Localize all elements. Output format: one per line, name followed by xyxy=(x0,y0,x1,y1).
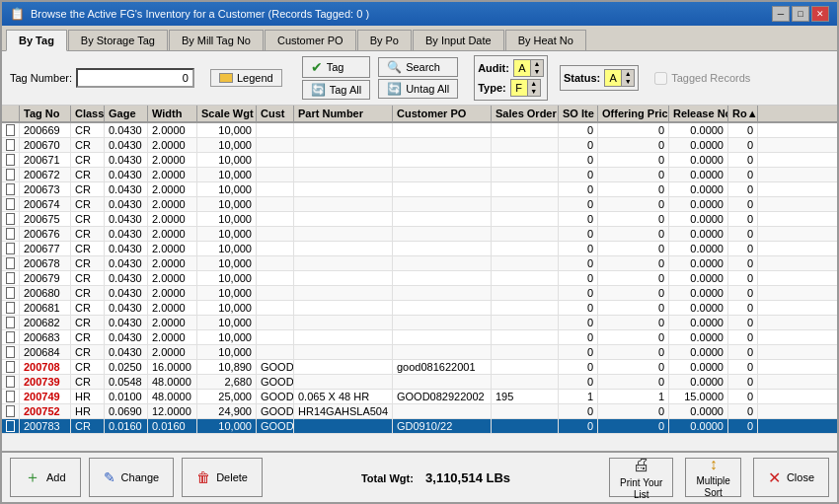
row-checkbox[interactable] xyxy=(2,138,20,152)
table-row[interactable]: 200684 CR 0.0430 2.0000 10,000 0 0 0.000… xyxy=(2,345,837,360)
row-width: 2.0000 xyxy=(148,330,197,344)
row-checkbox[interactable] xyxy=(2,360,20,374)
table-row[interactable]: 200683 CR 0.0430 2.0000 10,000 0 0 0.000… xyxy=(2,330,837,345)
row-offering: 0 xyxy=(598,242,669,255)
row-gage: 0.0430 xyxy=(105,197,148,211)
table-row[interactable]: 200783 CR 0.0160 0.0160 10,000 GOOD GD09… xyxy=(2,419,837,434)
untag-all-button[interactable]: 🔄 Untag All xyxy=(378,79,458,99)
window-close-button[interactable]: ✕ xyxy=(811,6,829,22)
row-cust xyxy=(257,153,294,167)
row-tagno: 200739 xyxy=(20,375,71,389)
row-checkbox[interactable] xyxy=(2,390,20,403)
row-cust: GOOD xyxy=(257,360,294,374)
table-row[interactable]: 200739 CR 0.0548 48.0000 2,680 GOOD 0 0 … xyxy=(2,375,837,390)
table-row[interactable]: 200673 CR 0.0430 2.0000 10,000 0 0 0.000… xyxy=(2,182,837,197)
audit-down-arrow[interactable]: ▼ xyxy=(531,68,543,76)
row-checkbox[interactable] xyxy=(2,182,20,196)
table-row[interactable]: 200749 HR 0.0100 48.0000 25,000 GOOD 0.0… xyxy=(2,390,837,404)
table-row[interactable]: 200681 CR 0.0430 2.0000 10,000 0 0 0.000… xyxy=(2,301,837,316)
minimize-button[interactable]: ─ xyxy=(772,6,790,22)
close-button[interactable]: ✕ Close xyxy=(753,458,829,497)
status-combo[interactable]: A ▲ ▼ xyxy=(604,69,635,87)
row-partnum xyxy=(294,360,393,374)
tab-by-storage-tag[interactable]: By Storage Tag xyxy=(68,30,168,50)
change-button[interactable]: ✎ Change xyxy=(89,458,175,497)
row-gage: 0.0430 xyxy=(105,301,148,315)
status-down-arrow[interactable]: ▼ xyxy=(622,78,634,86)
main-window: 📋 Browse the Active FG's Inventory for a… xyxy=(0,0,839,504)
row-gage: 0.0430 xyxy=(105,242,148,255)
tab-by-tag[interactable]: By Tag xyxy=(6,30,67,51)
table-row[interactable]: 200672 CR 0.0430 2.0000 10,000 0 0 0.000… xyxy=(2,168,837,182)
row-checkbox[interactable] xyxy=(2,153,20,167)
tag-button-label: Tag xyxy=(327,61,344,73)
row-checkbox[interactable] xyxy=(2,168,20,181)
tab-by-po[interactable]: By Po xyxy=(357,30,412,50)
audit-value: A xyxy=(514,62,530,74)
type-up-arrow[interactable]: ▲ xyxy=(528,80,540,88)
row-checkbox[interactable] xyxy=(2,286,20,300)
table-row[interactable]: 200682 CR 0.0430 2.0000 10,000 0 0 0.000… xyxy=(2,316,837,330)
table-row[interactable]: 200675 CR 0.0430 2.0000 10,000 0 0 0.000… xyxy=(2,212,837,227)
tab-by-heat-no[interactable]: By Heat No xyxy=(505,30,586,50)
maximize-button[interactable]: □ xyxy=(792,6,809,22)
table-row[interactable]: 200678 CR 0.0430 2.0000 10,000 0 0 0.000… xyxy=(2,256,837,271)
table-row[interactable]: 200669 CR 0.0430 2.0000 10,000 0 0 0.000… xyxy=(2,123,837,138)
tag-number-input[interactable] xyxy=(76,68,194,88)
row-checkbox[interactable] xyxy=(2,419,20,433)
type-down-arrow[interactable]: ▼ xyxy=(528,88,540,96)
tag-button[interactable]: ✔ Tag xyxy=(302,56,370,78)
row-checkbox[interactable] xyxy=(2,197,20,211)
multiple-sort-button[interactable]: ↕ Multiple Sort xyxy=(685,458,740,497)
tagged-records-checkbox[interactable] xyxy=(654,72,667,85)
table-row[interactable]: 200676 CR 0.0430 2.0000 10,000 0 0 0.000… xyxy=(2,227,837,242)
tab-by-input-date[interactable]: By Input Date xyxy=(413,30,504,50)
tab-by-mill-tag-no[interactable]: By Mill Tag No xyxy=(169,30,264,50)
row-gage: 0.0430 xyxy=(105,168,148,181)
row-checkbox[interactable] xyxy=(2,345,20,359)
search-button[interactable]: 🔍 Search xyxy=(378,57,458,77)
tag-all-button[interactable]: 🔄 Tag All xyxy=(302,80,370,100)
row-gage: 0.0430 xyxy=(105,212,148,226)
row-gage: 0.0430 xyxy=(105,316,148,329)
row-checkbox[interactable] xyxy=(2,301,20,315)
row-checkbox[interactable] xyxy=(2,212,20,226)
print-button[interactable]: 🖨 Print Your List xyxy=(609,458,673,497)
row-checkbox[interactable] xyxy=(2,256,20,270)
row-checkbox[interactable] xyxy=(2,375,20,389)
table-row[interactable]: 200670 CR 0.0430 2.0000 10,000 0 0 0.000… xyxy=(2,138,837,153)
row-partnum xyxy=(294,375,393,389)
row-checkbox[interactable] xyxy=(2,123,20,137)
legend-button[interactable]: Legend xyxy=(210,69,282,87)
add-label: Add xyxy=(46,471,66,483)
row-custpo xyxy=(393,182,492,196)
row-cust xyxy=(257,197,294,211)
row-checkbox[interactable] xyxy=(2,271,20,285)
row-checkbox[interactable] xyxy=(2,242,20,255)
audit-up-arrow[interactable]: ▲ xyxy=(531,60,543,68)
status-up-arrow[interactable]: ▲ xyxy=(622,70,634,78)
table-row[interactable]: 200679 CR 0.0430 2.0000 10,000 0 0 0.000… xyxy=(2,271,837,286)
row-checkbox[interactable] xyxy=(2,330,20,344)
row-salesord xyxy=(492,256,559,270)
audit-combo[interactable]: A ▲ ▼ xyxy=(513,59,544,77)
table-row[interactable]: 200671 CR 0.0430 2.0000 10,000 0 0 0.000… xyxy=(2,153,837,168)
add-button[interactable]: ＋ Add xyxy=(10,458,81,497)
col-header-release: Release No xyxy=(669,106,728,121)
row-release: 0.0000 xyxy=(669,316,728,329)
table-row[interactable]: 200680 CR 0.0430 2.0000 10,000 0 0 0.000… xyxy=(2,286,837,301)
row-salesord xyxy=(492,242,559,255)
row-checkbox[interactable] xyxy=(2,227,20,241)
table-row[interactable]: 200674 CR 0.0430 2.0000 10,000 0 0 0.000… xyxy=(2,197,837,212)
row-width: 2.0000 xyxy=(148,345,197,359)
row-partnum xyxy=(294,197,393,211)
table-row[interactable]: 200677 CR 0.0430 2.0000 10,000 0 0 0.000… xyxy=(2,242,837,256)
table-row[interactable]: 200708 CR 0.0250 16.0000 10,890 GOOD goo… xyxy=(2,360,837,375)
table-row[interactable]: 200752 HR 0.0690 12.0000 24,900 GOOD HR1… xyxy=(2,404,837,419)
tab-customer-po[interactable]: Customer PO xyxy=(265,30,356,50)
row-checkbox[interactable] xyxy=(2,316,20,329)
row-ro: 0 xyxy=(728,123,758,137)
row-checkbox[interactable] xyxy=(2,404,20,418)
type-combo[interactable]: F ▲ ▼ xyxy=(510,79,541,97)
delete-button[interactable]: 🗑 Delete xyxy=(182,458,263,497)
